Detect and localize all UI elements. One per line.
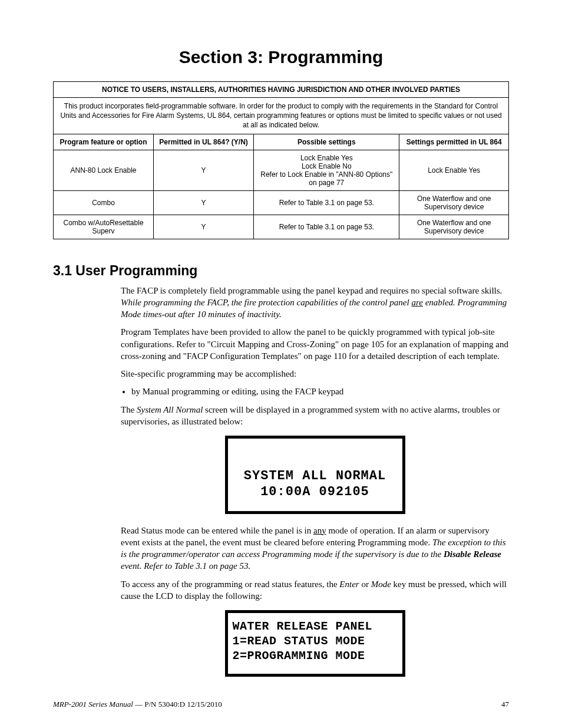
col-settings: Settings permitted in UL 864 xyxy=(399,134,509,150)
page-number: 47 xyxy=(501,700,509,709)
lcd-display-2-wrap: WATER RELEASE PANEL 1=READ STATUS MODE 2… xyxy=(121,610,509,677)
subsection-title: 3.1 User Programming xyxy=(53,263,509,279)
table-row: ANN-80 Lock Enable Y Lock Enable Yes Loc… xyxy=(54,150,509,190)
notice-intro: This product incorporates field-programm… xyxy=(54,98,509,134)
text-italic: System All Normal xyxy=(137,405,203,414)
cell-settings: One Waterflow and one Supervisory device xyxy=(399,190,509,215)
text-underline: any xyxy=(313,526,326,535)
text: Read Status mode can be entered while th… xyxy=(121,526,313,535)
table-row: Combo Y Refer to Table 3.1 on page 53. O… xyxy=(54,190,509,215)
para-1: The FACP is completely field programmabl… xyxy=(121,285,509,321)
para-5: Read Status mode can be entered while th… xyxy=(121,525,509,572)
text-italic: event. Refer to Table 3.1 on page 53. xyxy=(121,561,250,571)
page: Section 3: Programming NOTICE TO USERS, … xyxy=(0,0,562,728)
lcd-display-2: WATER RELEASE PANEL 1=READ STATUS MODE 2… xyxy=(225,610,405,677)
cell-possible: Refer to Table 3.1 on page 53. xyxy=(254,190,399,215)
para-2: Program Templates have been provided to … xyxy=(121,326,509,362)
manual-title: MRP-2001 Series Manual xyxy=(53,700,133,709)
cell-permitted: Y xyxy=(154,150,254,190)
page-footer: MRP-2001 Series Manual — P/N 53040:D 12/… xyxy=(53,700,509,709)
text-italic: While programming the FACP, the fire pro… xyxy=(121,298,411,307)
para-6: To access any of the programming or read… xyxy=(121,578,509,602)
body-content: The FACP is completely field programmabl… xyxy=(121,285,509,677)
section-title: Section 3: Programming xyxy=(53,47,509,67)
text-italic: Enter xyxy=(339,579,359,589)
text: or xyxy=(359,579,371,589)
bullet-list: by Manual programming or editing, using … xyxy=(121,386,509,397)
notice-caption: NOTICE TO USERS, INSTALLERS, AUTHORITIES… xyxy=(54,82,509,98)
cell-possible: Refer to Table 3.1 on page 53. xyxy=(254,215,399,239)
cell-permitted: Y xyxy=(154,190,254,215)
lcd-display-1-wrap: SYSTEM ALL NORMAL 10:00A 092105 xyxy=(121,436,509,514)
footer-left: MRP-2001 Series Manual — P/N 53040:D 12/… xyxy=(53,700,222,709)
text: To access any of the programming or read… xyxy=(121,579,339,589)
col-permitted: Permitted in UL 864? (Y/N) xyxy=(154,134,254,150)
text: The xyxy=(121,405,137,414)
lcd-display-1: SYSTEM ALL NORMAL 10:00A 092105 xyxy=(225,436,405,514)
cell-possible: Lock Enable Yes Lock Enable No Refer to … xyxy=(254,150,399,190)
list-item: by Manual programming or editing, using … xyxy=(131,386,509,397)
text-underline: are xyxy=(411,298,422,307)
para-4: The System All Normal screen will be dis… xyxy=(121,404,509,428)
footer-meta: — P/N 53040:D 12/15/2010 xyxy=(133,700,222,709)
cell-settings: One Waterflow and one Supervisory device xyxy=(399,215,509,239)
cell-feature: Combo w/AutoResettable Superv xyxy=(54,215,154,239)
cell-feature: ANN-80 Lock Enable xyxy=(54,150,154,190)
cell-feature: Combo xyxy=(54,190,154,215)
table-row: Combo w/AutoResettable Superv Y Refer to… xyxy=(54,215,509,239)
text-italic: Mode xyxy=(371,579,391,589)
cell-settings: Lock Enable Yes xyxy=(399,150,509,190)
col-possible: Possible settings xyxy=(254,134,399,150)
col-feature: Program feature or option xyxy=(54,134,154,150)
text: The FACP is completely field programmabl… xyxy=(121,286,502,295)
notice-table: NOTICE TO USERS, INSTALLERS, AUTHORITIES… xyxy=(53,81,509,239)
para-3: Site-specific programming may be accompl… xyxy=(121,368,509,380)
cell-permitted: Y xyxy=(154,215,254,239)
text-bold-italic: Disable Release xyxy=(444,549,501,559)
